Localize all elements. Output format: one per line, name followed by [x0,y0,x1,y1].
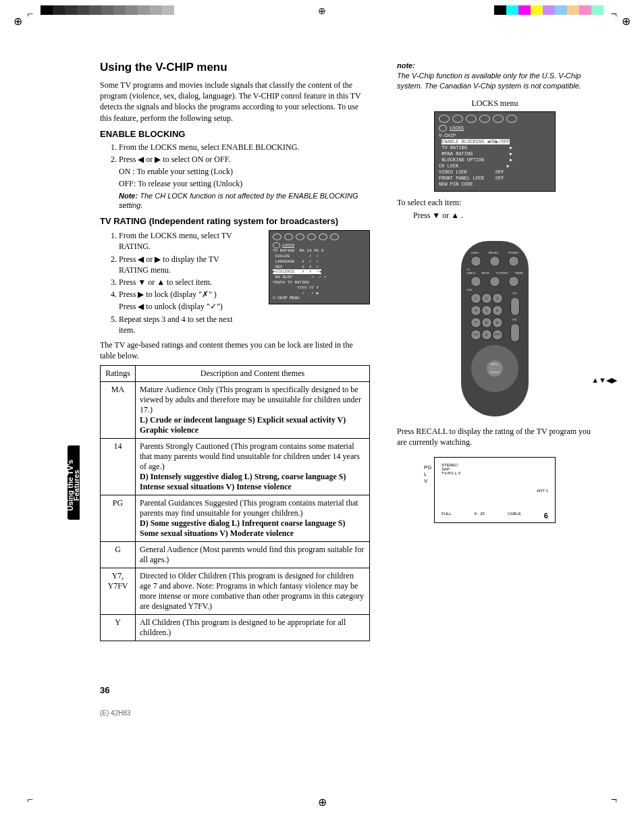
table-row: Y7, Y7FVDirected to Older Children (This… [101,568,370,615]
ratings-table: Ratings Description and Content themes M… [100,365,370,641]
enable-steps: From the LOCKS menu, select ENABLE BLOCK… [100,142,370,165]
page-number: 36 [100,685,109,695]
step: Press ▶ to lock (display "✗" ) [119,289,248,300]
desc-cell: Mature Audience Only (This program is sp… [136,382,370,439]
table-row: GGeneral Audience (Most parents would fi… [101,542,370,568]
locks-menu-caption: LOCKS menu [397,98,593,109]
rating-cell: MA [101,382,136,439]
sub-on: ON : To enable your setting (Lock) [100,166,370,177]
select-sub: Press ▼ or ▲ . [397,210,593,221]
table-row: YAll Children (This program is designed … [101,615,370,641]
desc-cell: Directed to Older Children (This program… [136,568,370,615]
enable-blocking-heading: ENABLE BLOCKING [100,129,370,139]
table-row: PGParental Guidances Suggested (This pro… [101,495,370,542]
note-inline: Note: The CH LOCK function is not affect… [100,191,370,211]
remote-illustration: LIGHTRECALLPOWER TV CABLEMUTETV/VIDEOTIM… [461,241,529,416]
select-instruction: To select each item: [397,197,593,208]
table-intro: The TV age-based ratings and content the… [100,340,370,361]
registration-target-icon: ⊕ [14,15,22,28]
table-row: MAMature Audience Only (This program is … [101,382,370,439]
table-row: 14Parents Strongly Cautioned (This progr… [101,439,370,495]
rating-cell: PG [101,495,136,542]
step: Repeat steps 3 and 4 to set the next ite… [119,314,248,335]
side-column: note: The V-Chip function is available o… [397,61,593,523]
tvrating-steps: From the LOCKS menu, select TV RATING. P… [100,230,248,300]
desc-cell: All Children (This program is designed t… [136,615,370,641]
desc-cell: Parents Strongly Cautioned (This program… [136,439,370,495]
corner-mark-icon: ⌐ [27,8,33,20]
step: From the LOCKS menu, select TV RATING. [119,230,248,252]
tvrating-steps-cont: Repeat steps 3 and 4 to set the next ite… [100,314,248,335]
osd-locks-screenshot: LOCKS V-CHIP ENABLE BLOCKING ◀ON▶/OFF TV… [434,111,556,192]
main-column: Using the V-CHIP menu Some TV programs a… [100,61,370,641]
step-4b: Press ◀ to unlock (display "✓") [100,301,248,312]
rating-cell: 14 [101,439,136,495]
intro-text: Some TV programs and movies include sign… [100,80,370,124]
step: Press ◀ or ▶ to select ON or OFF. [119,154,370,165]
tv-screen-illustration: PGLV STEREO SAP TV-PG L V ANT 1 FULL 9 :… [434,457,556,523]
section-tab: Using the TV's Features [68,445,80,520]
document-code: (E) 42H83 [100,709,131,717]
rating-cell: Y7, Y7FV [101,568,136,615]
corner-mark-icon: ¬ [611,794,617,806]
page-title: Using the V-CHIP menu [100,61,370,74]
rating-cell: Y [101,615,136,641]
side-note: note: The V-Chip function is available o… [397,61,593,91]
col-desc: Description and Content themes [136,366,370,382]
dpad-arrows-label: ▲▼◀▶ [591,376,617,385]
desc-cell: General Audience (Most parents would fin… [136,542,370,568]
sub-off: OFF: To release your setting (Unlock) [100,178,370,189]
corner-mark-icon: ⌐ [27,794,33,806]
recall-instruction: Press RECALL to display the rating of th… [397,426,593,447]
corner-mark-icon: ¬ [611,8,617,20]
col-ratings: Ratings [101,366,136,382]
rating-cell: G [101,542,136,568]
osd-tvrating-screenshot: LOCKS TV RATING MA 14 PG G DIALOG ✓ ✓ LA… [269,230,370,304]
step: Press ◀ or ▶ to display the TV RATING me… [119,254,248,275]
registration-target-icon: ⊕ [318,796,327,809]
desc-cell: Parental Guidances Suggested (This progr… [136,495,370,542]
registration-marks: ⊕ [41,5,603,15]
tv-rating-heading: TV RATING (Independent rating system for… [100,216,370,226]
step: Press ▼ or ▲ to select item. [119,277,248,288]
step: From the LOCKS menu, select ENABLE BLOCK… [119,142,370,153]
registration-target-icon: ⊕ [622,15,630,28]
